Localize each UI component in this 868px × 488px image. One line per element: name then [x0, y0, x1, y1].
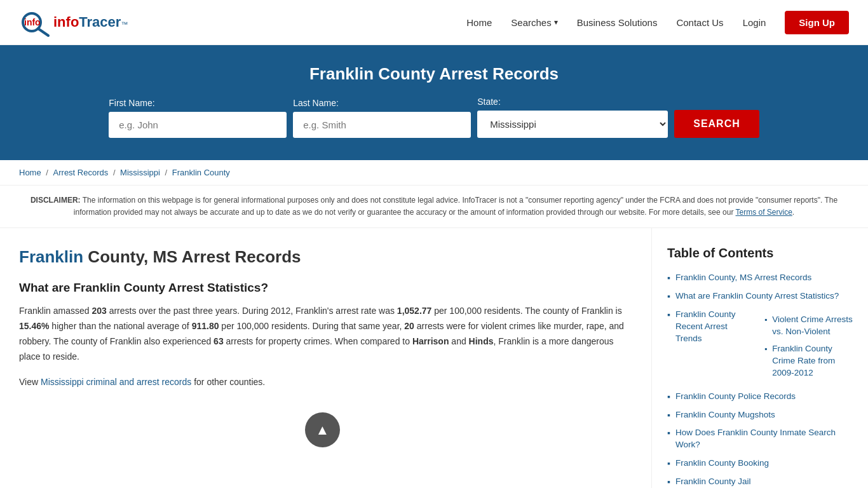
state-group: State: AlabamaAlaskaArizonaArkansasCalif…	[477, 97, 668, 138]
first-name-label: First Name:	[109, 98, 287, 108]
hero-section: Franklin County Arrest Records First Nam…	[0, 45, 868, 160]
toc-sub-item: Violent Crime Arrests vs. Non-Violent	[764, 314, 855, 338]
nav-business-solutions[interactable]: Business Solutions	[577, 17, 658, 28]
breadcrumb-mississippi[interactable]: Mississippi	[120, 168, 160, 177]
para1-national: 911.80	[192, 321, 219, 331]
article-heading: Franklin County, MS Arrest Records	[19, 247, 626, 267]
main-nav: Home Searches ▾ Business Solutions Conta…	[466, 11, 849, 34]
last-name-input[interactable]	[293, 112, 471, 138]
scroll-top-arrow-icon: ▲	[316, 423, 330, 437]
state-label: State:	[477, 97, 668, 107]
para1-property: 63	[214, 336, 224, 346]
breadcrumb-sep1: /	[46, 168, 50, 177]
page-title: Franklin County Arrest Records	[13, 64, 855, 84]
scroll-to-top-button[interactable]: ▲	[305, 412, 340, 447]
toc-item: How Does Franklin County Inmate Search W…	[667, 427, 855, 451]
toc-link[interactable]: Franklin County Recent Arrest Trends	[675, 309, 749, 345]
article-heading-suffix: County, MS Arrest Records	[83, 247, 301, 266]
chevron-down-icon: ▾	[554, 18, 558, 27]
logo-info: info	[53, 14, 79, 30]
sidebar: Table of Contents Franklin County, MS Ar…	[652, 228, 868, 488]
logo-tracer: Tracer	[79, 14, 121, 30]
search-form: First Name: Last Name: State: AlabamaAla…	[13, 97, 855, 138]
toc-item: Franklin County Police Records	[667, 391, 855, 403]
article-paragraph1: Franklin amassed 203 arrests over the pa…	[19, 304, 626, 364]
toc-sub-link[interactable]: Franklin County Crime Rate from 2009-201…	[772, 343, 855, 379]
breadcrumb-home[interactable]: Home	[19, 168, 41, 177]
nav-login[interactable]: Login	[743, 17, 766, 28]
toc-list: Franklin County, MS Arrest RecordsWhat a…	[667, 272, 855, 488]
breadcrumb: Home / Arrest Records / Mississippi / Fr…	[0, 160, 868, 186]
nav-signup[interactable]: Sign Up	[785, 11, 849, 34]
disclaimer-label: DISCLAIMER:	[31, 196, 81, 205]
logo[interactable]: info infoTracer™	[19, 6, 128, 38]
para1-pre1: Franklin amassed	[19, 306, 92, 316]
toc-item: Franklin County Mugshots	[667, 409, 855, 421]
para1-mid6: arrests for property crimes. When compar…	[224, 336, 412, 346]
article-heading-prefix: Franklin	[19, 247, 83, 266]
toc-link[interactable]: Franklin County Jail	[675, 476, 751, 488]
stats-heading: What are Franklin County Arrest Statisti…	[19, 281, 626, 295]
search-button[interactable]: SEARCH	[674, 110, 759, 138]
breadcrumb-franklin-county[interactable]: Franklin County	[172, 168, 230, 177]
toc-title: Table of Contents	[667, 246, 855, 261]
logo-tm: ™	[121, 20, 128, 28]
para2-pre: View	[19, 377, 41, 387]
nav-home[interactable]: Home	[466, 17, 492, 28]
toc-sub-link[interactable]: Violent Crime Arrests vs. Non-Violent	[772, 314, 855, 338]
toc-link[interactable]: How Does Franklin County Inmate Search W…	[675, 427, 855, 451]
para1-mid1: arrests over the past three years. Durin…	[107, 306, 397, 316]
para1-arrests: 203	[92, 306, 106, 316]
article-paragraph2: View Mississippi criminal and arrest rec…	[19, 375, 626, 390]
article: Franklin County, MS Arrest Records What …	[0, 228, 652, 488]
para1-mid7: and	[449, 336, 468, 346]
toc-item: Franklin County Jail	[667, 476, 855, 488]
para1-hinds: Hinds	[469, 336, 494, 346]
disclaimer-text: The information on this webpage is for g…	[74, 196, 837, 217]
para2-link[interactable]: Mississippi criminal and arrest records	[41, 377, 191, 387]
breadcrumb-sep2: /	[113, 168, 118, 177]
toc-link[interactable]: Franklin County Police Records	[675, 391, 796, 403]
disclaimer-bar: DISCLAIMER: The information on this webp…	[0, 186, 868, 228]
main-content: Franklin County, MS Arrest Records What …	[0, 228, 868, 488]
first-name-group: First Name:	[109, 98, 287, 138]
first-name-input[interactable]	[109, 112, 287, 138]
breadcrumb-arrest-records[interactable]: Arrest Records	[53, 168, 109, 177]
toc-item: Franklin County Recent Arrest TrendsViol…	[667, 309, 855, 384]
nav-searches[interactable]: Searches ▾	[511, 17, 557, 28]
nav-contact-us[interactable]: Contact Us	[676, 17, 723, 28]
toc-item: What are Franklin County Arrest Statisti…	[667, 290, 855, 302]
para1-rate: 1,052.77	[397, 306, 432, 316]
toc-link[interactable]: Franklin County Booking	[675, 458, 769, 470]
para2-post: for other counties.	[191, 377, 265, 387]
para1-harrison: Harrison	[412, 336, 449, 346]
para1-mid3: higher than the national average of	[49, 321, 191, 331]
tos-link[interactable]: Terms of Service	[736, 208, 792, 217]
last-name-group: Last Name:	[293, 98, 471, 138]
toc-link[interactable]: Franklin County Mugshots	[675, 409, 775, 421]
site-header: info infoTracer™ Home Searches ▾ Busines…	[0, 0, 868, 45]
toc-link[interactable]: Franklin County, MS Arrest Records	[675, 272, 811, 284]
svg-text:info: info	[24, 17, 41, 27]
para1-percent: 15.46%	[19, 321, 49, 331]
svg-line-1	[38, 29, 48, 36]
breadcrumb-sep3: /	[165, 168, 170, 177]
state-select[interactable]: AlabamaAlaskaArizonaArkansasCaliforniaCo…	[477, 111, 668, 138]
para1-violent: 20	[404, 321, 414, 331]
toc-link[interactable]: What are Franklin County Arrest Statisti…	[675, 290, 839, 302]
toc-item: Franklin County, MS Arrest Records	[667, 272, 855, 284]
para1-mid2: per 100,000 residents. The county of Fra…	[431, 306, 621, 316]
last-name-label: Last Name:	[293, 98, 471, 108]
para1-mid4: per 100,000 residents. During that same …	[219, 321, 404, 331]
disclaimer-period: .	[792, 208, 794, 217]
toc-item: Franklin County Booking	[667, 458, 855, 470]
toc-sub-item: Franklin County Crime Rate from 2009-201…	[764, 343, 855, 379]
